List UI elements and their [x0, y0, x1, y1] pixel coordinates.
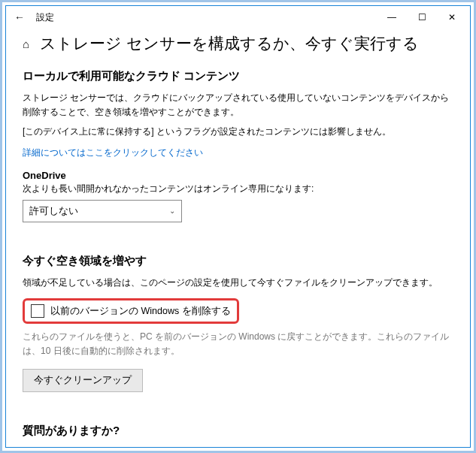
close-button[interactable]: ✕: [437, 7, 467, 28]
home-icon[interactable]: ⌂: [23, 38, 29, 50]
cloud-details-link[interactable]: 詳細についてはここをクリックしてください: [23, 147, 203, 158]
freeup-desc: 領域が不足している場合は、このページの設定を使用して今すぐファイルをクリーンアッ…: [23, 276, 453, 290]
cleanup-now-button[interactable]: 今すぐクリーンアップ: [23, 369, 143, 392]
minimize-button[interactable]: —: [377, 7, 407, 28]
maximize-button[interactable]: ☐: [407, 7, 437, 28]
content-area: ⌂ ストレージ センサーを構成するか、今すぐ実行する ローカルで利用可能なクラウ…: [6, 29, 470, 447]
onedrive-dropdown[interactable]: 許可しない ⌄: [23, 200, 182, 222]
delete-previous-windows-checkbox[interactable]: [31, 304, 44, 318]
window-title: 設定: [30, 11, 377, 24]
delete-previous-windows-note: これらのファイルを使うと、PC を前のバージョンの Windows に戻すことが…: [23, 330, 453, 358]
titlebar: ← 設定 — ☐ ✕: [6, 6, 470, 29]
page-title: ストレージ センサーを構成するか、今すぐ実行する: [40, 33, 419, 54]
settings-window: ← 設定 — ☐ ✕ ⌂ ストレージ センサーを構成するか、今すぐ実行する ロー…: [5, 5, 471, 448]
freeup-heading: 今すぐ空き領域を増やす: [23, 254, 453, 268]
delete-previous-windows-label: 以前のバージョンの Windows を削除する: [50, 305, 231, 318]
onedrive-dropdown-value: 許可しない: [29, 204, 78, 218]
onedrive-label: OneDrive: [23, 170, 453, 181]
onedrive-desc: 次よりも長い間開かれなかったコンテンツはオンライン専用になります:: [23, 183, 453, 195]
help-heading: 質問がありますか?: [23, 424, 453, 438]
delete-previous-windows-row: 以前のバージョンの Windows を削除する: [23, 298, 239, 324]
chevron-down-icon: ⌄: [169, 207, 175, 215]
cloud-content-desc1: ストレージ センサーでは、クラウドにバックアップされている使用していないコンテン…: [23, 91, 453, 119]
back-button[interactable]: ←: [9, 11, 30, 23]
cloud-content-desc2: [このデバイス上に常に保持する] というフラグが設定されたコンテンツには影響しま…: [23, 125, 453, 139]
cloud-content-heading: ローカルで利用可能なクラウド コンテンツ: [23, 69, 453, 83]
